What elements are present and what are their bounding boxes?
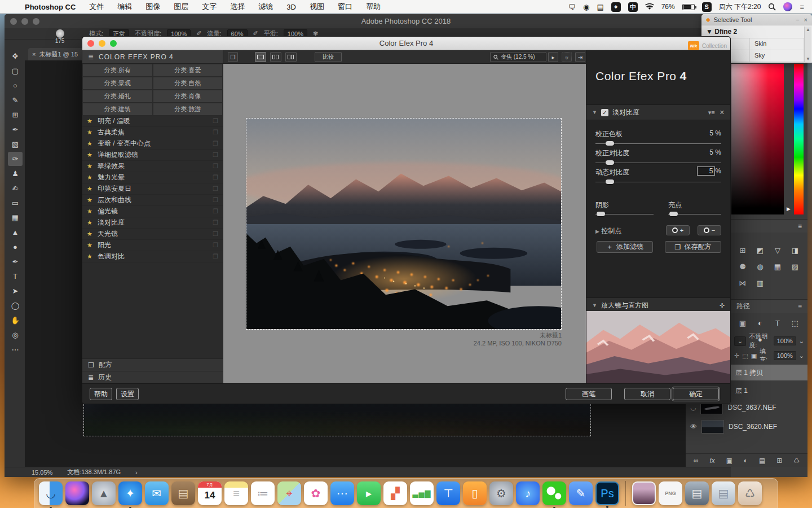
compare-button[interactable]: 比较 xyxy=(315,52,342,62)
add-control-point-button[interactable]: + xyxy=(666,225,690,235)
dock-launchpad[interactable]: ▲ xyxy=(92,481,116,505)
link-layers-icon[interactable]: ∞ xyxy=(694,457,699,465)
adjustment-levels-icon[interactable]: ◨ xyxy=(789,244,801,256)
menu-edit[interactable]: 编辑 xyxy=(117,2,132,12)
opacity-value[interactable]: 100% xyxy=(774,336,796,345)
star-icon[interactable]: ★ xyxy=(87,242,94,249)
dock-news[interactable]: ▞ xyxy=(383,481,407,505)
category-wedding[interactable]: 分类.婚礼 xyxy=(82,90,153,103)
loupe-preview[interactable] xyxy=(586,311,730,383)
star-icon[interactable]: ★ xyxy=(87,174,94,181)
zoom-expand-icon[interactable]: ▸ xyxy=(548,52,558,62)
help-button[interactable]: 帮助 xyxy=(90,388,112,400)
crop-tool[interactable]: ⊞ xyxy=(8,108,23,122)
shape-tool[interactable]: ◯ xyxy=(8,299,23,313)
creative-cloud-icon[interactable]: ◉ xyxy=(583,3,589,11)
filter-item[interactable]: ★天光镜❐ xyxy=(82,229,223,240)
adjustment-gradient-map-icon[interactable]: ▥ xyxy=(754,277,766,288)
preview-icon[interactable]: ❐ xyxy=(213,230,218,238)
star-icon[interactable]: ★ xyxy=(87,208,94,215)
slider-track[interactable] xyxy=(595,143,721,144)
dock-books[interactable]: ▯ xyxy=(463,481,487,505)
slider-thumb[interactable] xyxy=(606,141,614,146)
status-chevron-icon[interactable]: › xyxy=(135,469,138,476)
filter-item[interactable]: ★详细提取滤镜❐ xyxy=(82,150,223,161)
star-icon[interactable]: ★ xyxy=(87,117,94,125)
dock-itunes[interactable]: ♪ xyxy=(516,481,540,505)
filter-item[interactable]: ★印第安夏日❐ xyxy=(82,183,223,195)
menu-type[interactable]: 文字 xyxy=(202,2,217,12)
star-icon[interactable]: ★ xyxy=(87,151,94,159)
quick-selection-tool[interactable]: ✎ xyxy=(8,93,23,107)
dock-contacts[interactable]: ▤ xyxy=(171,481,195,505)
gradient-tool[interactable]: ▦ xyxy=(8,211,23,225)
filter-item-selected[interactable]: ★淡对比度❐ xyxy=(82,217,223,229)
layer-visibility-icon[interactable]: ◡ xyxy=(690,404,696,411)
adjustment-exposure-icon[interactable]: ◩ xyxy=(754,244,766,256)
history-section[interactable]: ≣历史 xyxy=(82,371,223,383)
zoom-tool[interactable]: ◎ xyxy=(8,328,23,342)
brush-button[interactable]: 画笔 xyxy=(566,388,612,400)
minimize-button[interactable] xyxy=(99,40,105,47)
dictation-icon[interactable]: ⌖ xyxy=(611,2,621,12)
brush-tool[interactable]: ✑ xyxy=(8,152,23,166)
color-picker-hue-strip[interactable] xyxy=(794,64,804,214)
blend-mode-select[interactable]: ⌄ xyxy=(734,336,746,346)
single-view-icon[interactable] xyxy=(255,52,266,62)
paths-panel-header[interactable]: 路径 ≡ xyxy=(731,299,807,313)
slider-value-editing[interactable]: 5% xyxy=(697,167,721,176)
preview-icon[interactable]: ❐ xyxy=(213,129,218,136)
layer-visibility-icon[interactable]: 👁 xyxy=(690,423,697,431)
filter-item[interactable]: ★古典柔焦❐ xyxy=(82,127,223,138)
move-tool[interactable]: ✥ xyxy=(8,49,23,63)
star-icon[interactable]: ★ xyxy=(87,129,94,136)
lock-all-icon[interactable]: ▣ xyxy=(751,352,757,360)
category-architecture[interactable]: 分类.建筑 xyxy=(82,103,153,116)
preview-icon[interactable]: ❐ xyxy=(213,117,218,125)
filter-item[interactable]: ★魅力光晕❐ xyxy=(82,172,223,183)
preview-icon[interactable]: ❐ xyxy=(213,140,218,147)
dock-siri[interactable] xyxy=(65,481,89,505)
category-travel[interactable]: 分类.旅游 xyxy=(153,103,223,116)
star-icon[interactable]: ★ xyxy=(87,230,94,238)
dock-wechat[interactable] xyxy=(542,481,566,505)
menu-filter[interactable]: 滤镜 xyxy=(258,2,273,12)
layer-thumbnail[interactable] xyxy=(701,420,724,433)
preview-icon[interactable]: ❐ xyxy=(213,242,218,249)
filter-shape-icon[interactable]: ⬚ xyxy=(789,317,801,329)
dock-calendar[interactable]: 7月14 xyxy=(198,481,222,505)
dock-safari[interactable]: ✦ xyxy=(118,481,142,505)
zoom-button[interactable] xyxy=(110,40,117,47)
dock-maps[interactable]: ⌖ xyxy=(277,481,301,505)
filter-adjustment-icon[interactable]: ◐ xyxy=(754,317,766,329)
slider-thumb[interactable] xyxy=(606,160,614,165)
dock-finder[interactable]: ◡ xyxy=(39,481,63,505)
dock-photoshop[interactable]: Ps xyxy=(595,481,619,505)
lasso-tool[interactable]: ○ xyxy=(8,78,23,93)
tab-close-icon[interactable]: × xyxy=(32,51,36,58)
dock-facetime[interactable]: ▸ xyxy=(357,481,381,505)
active-filter-header[interactable]: ▼ ✓ 淡对比度 ▾≡ ✕ xyxy=(586,104,730,120)
new-layer-icon[interactable]: ⊞ xyxy=(776,457,782,465)
layer-group-icon[interactable]: ▤ xyxy=(759,457,765,465)
lock-transparent-icon[interactable]: ✛ xyxy=(734,352,739,360)
hue-marker-icon[interactable]: ▶ xyxy=(787,206,791,212)
paths-menu-icon[interactable]: ≡ xyxy=(798,303,802,310)
menu-image[interactable]: 图像 xyxy=(145,2,160,12)
wechat-status-icon[interactable]: 🗨 xyxy=(568,3,576,11)
slider-track[interactable] xyxy=(595,163,721,163)
filter-item[interactable]: ★色调对比❐ xyxy=(82,251,223,262)
panel-menu-icon[interactable]: ≡ xyxy=(798,222,802,230)
collapse-icon[interactable]: ▼ xyxy=(592,110,597,115)
menu-window[interactable]: 窗口 xyxy=(338,2,352,12)
category-nature[interactable]: 分类.自然 xyxy=(153,77,223,90)
dock-messages[interactable]: ⋯ xyxy=(330,481,354,505)
photoshop-titlebar[interactable]: Adobe Photoshop CC 2018 xyxy=(5,14,807,28)
clone-stamp-tool[interactable]: ♟ xyxy=(8,167,23,181)
layer-row-4[interactable]: 👁 DSC_3620.NEF xyxy=(686,419,807,435)
zoom-percent[interactable]: 15.05% xyxy=(32,469,52,476)
more-tools[interactable]: ⋯ xyxy=(8,343,23,357)
selective-cell[interactable]: Sky xyxy=(750,50,804,62)
add-filter-button[interactable]: ＋添加滤镜 xyxy=(597,241,653,253)
expand-icon[interactable]: ▶ xyxy=(595,229,599,234)
